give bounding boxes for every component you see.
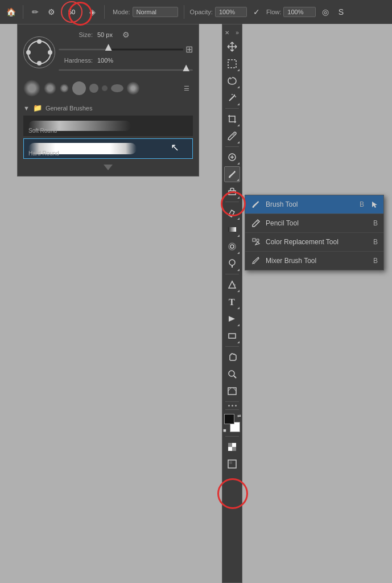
reset-colors-icon[interactable]: ◼	[223, 428, 226, 433]
menu-shortcut-pencil: B	[373, 219, 378, 227]
menu-item-pencil-tool[interactable]: Pencil Tool B	[245, 214, 383, 233]
hardness-slider-track	[59, 69, 193, 71]
tool-pen[interactable]	[224, 277, 240, 293]
has-submenu-indicator	[237, 269, 240, 271]
brush-type-hard-lg[interactable]	[72, 81, 86, 95]
has-submenu-indicator	[237, 341, 240, 343]
fg-color-swatch[interactable]	[224, 414, 234, 424]
has-submenu-indicator	[237, 252, 240, 254]
menu-item-mixer-brush[interactable]: Mixer Brush Tool B	[245, 252, 383, 270]
tool-zoom[interactable]	[224, 366, 240, 382]
top-toolbar: 🏠 ✏ ⚙ 50 ◈ Mode: Normal Opacity: 100% ✓ …	[0, 0, 392, 24]
size-slider-thumb[interactable]	[105, 44, 112, 51]
has-submenu-indicator	[237, 141, 240, 143]
tool-quick-mask[interactable]	[224, 439, 240, 455]
brush-item-hard-round[interactable]: Hard Round	[23, 138, 193, 159]
folder-arrow: ▼	[23, 105, 30, 112]
tool-dodge[interactable]	[224, 256, 240, 272]
settings-icon[interactable]: ⚙	[45, 6, 57, 18]
tool-eraser[interactable]	[224, 204, 240, 220]
tool-crop[interactable]	[224, 111, 240, 127]
tool-sep-6	[225, 401, 239, 402]
svg-text:T: T	[229, 297, 235, 307]
svg-point-12	[229, 243, 236, 250]
dot-2	[232, 405, 233, 407]
home-icon[interactable]: 🏠	[5, 6, 17, 18]
hard-round-label: Hard Round	[28, 150, 59, 157]
brush-type-round-sm[interactable]	[60, 84, 69, 93]
tool-text[interactable]: T	[224, 294, 240, 310]
brush-type-round-med[interactable]	[44, 82, 56, 95]
folder-icon: 📁	[33, 104, 42, 112]
airbrush-icon[interactable]: ◎	[319, 6, 332, 18]
brush-type-hard-med[interactable]	[89, 84, 98, 93]
tool-path-select[interactable]	[224, 311, 240, 327]
mode-dropdown[interactable]: Normal	[133, 7, 178, 17]
tool-lasso[interactable]	[224, 73, 240, 89]
flow-label: Flow:	[266, 9, 281, 15]
dot-bottom	[37, 61, 42, 65]
sidebar-pin-icon[interactable]: ✕	[222, 28, 232, 37]
tool-move[interactable]	[224, 39, 240, 55]
tool-sep-1	[225, 108, 239, 109]
more-tools-dots[interactable]	[228, 404, 237, 408]
menu-item-color-replacement[interactable]: Color Replacement Tool B	[245, 233, 383, 252]
tool-stamp[interactable]	[224, 183, 240, 199]
brush-panel: Size: 50 px ⚙ ⊞ Hardness: 100%	[17, 24, 199, 176]
brush-type-round-soft[interactable]	[23, 80, 40, 97]
tool-marquee-rect[interactable]	[224, 56, 240, 72]
brush-type-hard-sm[interactable]	[102, 85, 108, 91]
tool-gradient[interactable]	[224, 221, 240, 237]
size-slider-track	[59, 48, 183, 50]
tool-sep-2	[225, 146, 239, 147]
scroll-down-icon[interactable]	[104, 165, 113, 170]
gear-icon[interactable]: ⚙	[122, 30, 130, 39]
hardness-slider-thumb[interactable]	[183, 64, 189, 71]
brush-type-splatter[interactable]	[127, 82, 139, 95]
opacity-dropdown[interactable]: 100%	[215, 7, 247, 17]
sidebar-expand-icon[interactable]: »	[233, 28, 242, 37]
tool-notes[interactable]	[224, 383, 240, 399]
flow-dropdown[interactable]: 100%	[283, 7, 315, 17]
brush-type-ellipse[interactable]	[111, 84, 123, 92]
pencil-menu-icon	[251, 218, 261, 228]
opacity-label: Opacity:	[190, 9, 213, 15]
has-submenu-indicator	[237, 290, 240, 292]
opacity-group: Opacity: 100%	[190, 7, 247, 17]
brush-item-soft-round[interactable]: Soft Round	[23, 116, 193, 136]
mode-label: Mode:	[113, 9, 130, 15]
brush-preview-circle	[23, 36, 55, 68]
separator-1	[23, 5, 23, 19]
tool-brush[interactable]	[224, 166, 240, 182]
tool-eyedropper[interactable]	[224, 128, 240, 144]
brush-size-indicator[interactable]: 50	[61, 1, 82, 23]
tool-context-menu: Brush Tool B Pencil Tool B Color Replace…	[245, 195, 384, 270]
opacity-check-icon[interactable]: ✓	[250, 6, 263, 18]
add-icon[interactable]: ⊞	[185, 44, 193, 55]
has-submenu-indicator	[237, 179, 239, 181]
stylus-icon[interactable]: S	[335, 6, 348, 18]
size-label: Size:	[59, 31, 93, 38]
mode-group: Mode: Normal	[113, 7, 178, 17]
has-submenu-indicator	[237, 69, 240, 71]
has-submenu-indicator	[237, 324, 240, 326]
swap-colors-icon[interactable]: ⇄	[237, 413, 241, 418]
tool-magic-wand[interactable]	[224, 90, 240, 106]
tool-screen-mode[interactable]	[224, 456, 240, 472]
tool-blur[interactable]	[224, 239, 240, 254]
svg-rect-24	[232, 443, 236, 447]
menu-item-brush-tool[interactable]: Brush Tool B	[245, 195, 383, 214]
dot-1	[228, 405, 230, 407]
folder-name: General Brushes	[46, 105, 93, 112]
tool-healing[interactable]	[224, 149, 240, 165]
tool-shape[interactable]	[224, 328, 240, 344]
menu-shortcut-brush: B	[360, 200, 364, 208]
tool-hand[interactable]	[224, 349, 240, 365]
brush-options-icon[interactable]: ☰	[180, 82, 193, 95]
color-swatches[interactable]: ⇄ ◼	[222, 413, 242, 433]
brush-icon[interactable]: ✏	[29, 6, 42, 18]
svg-rect-9	[229, 191, 236, 195]
tool-sep-8	[225, 436, 239, 437]
brush-types-row: ☰	[23, 77, 193, 99]
brush-type-icon[interactable]: ◈	[86, 6, 98, 18]
